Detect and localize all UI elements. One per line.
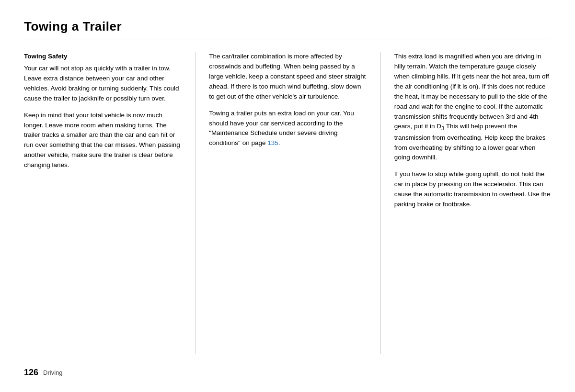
crosswinds-para-2: Towing a trailer puts an extra load on y…: [209, 109, 366, 149]
page-number: 126: [24, 368, 38, 378]
crosswinds-section: The car/trailer combination is more affe…: [209, 52, 366, 148]
towing-safety-para-1: Your car will not stop as quickly with a…: [24, 64, 181, 104]
page-footer: 126 Driving: [24, 364, 551, 378]
page-title: Towing a Trailer: [24, 19, 551, 34]
column-2: The car/trailer combination is more affe…: [196, 52, 380, 354]
towing-safety-heading: Towing Safety: [24, 52, 181, 62]
towing-safety-section: Towing Safety Your car will not stop as …: [24, 52, 181, 170]
title-divider: [24, 40, 551, 40]
content-area: Towing Safety Your car will not stop as …: [24, 52, 551, 354]
extra-load-para-2: If you have to stop while going uphill, …: [394, 169, 551, 210]
section-label: Driving: [43, 369, 62, 376]
page-135-link[interactable]: 135: [267, 139, 278, 146]
extra-load-section: This extra load is magnified when you ar…: [394, 52, 551, 210]
column-3: This extra load is magnified when you ar…: [381, 52, 551, 354]
column-1: Towing Safety Your car will not stop as …: [24, 52, 196, 354]
extra-load-para-1: This extra load is magnified when you ar…: [394, 52, 551, 163]
crosswinds-para-1: The car/trailer combination is more affe…: [209, 52, 366, 102]
page-container: Towing a Trailer Towing Safety Your car …: [0, 0, 575, 392]
towing-safety-para-2: Keep in mind that your total vehicle is …: [24, 111, 181, 171]
